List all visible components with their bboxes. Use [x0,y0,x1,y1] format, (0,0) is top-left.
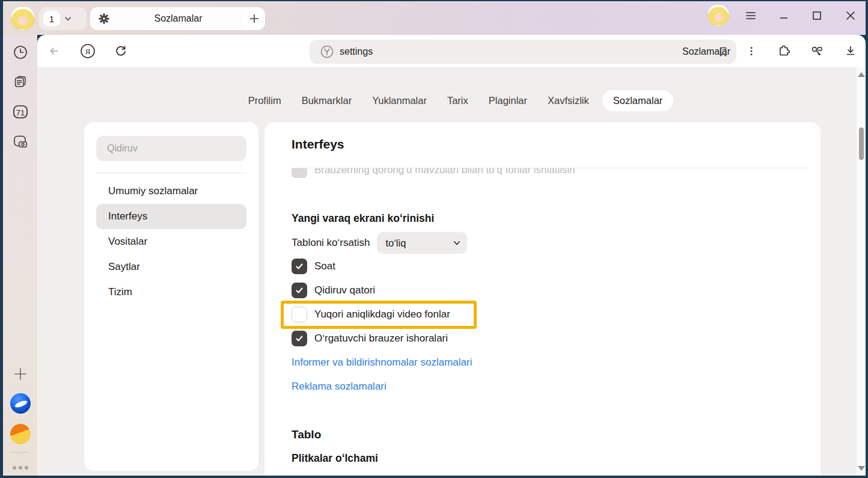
scroll-down-arrow[interactable] [858,466,865,471]
downloads-icon[interactable] [840,40,861,62]
toolbar: Я settings Sozlamalar [37,35,866,67]
active-tab[interactable]: Sozlamalar [90,7,263,30]
checkbox-label: Qidiruv qatori [314,284,375,296]
new-tab-button[interactable] [243,7,265,30]
yandex-logo-icon[interactable]: Я [77,40,99,62]
checkbox-group: Soat Qidiruv qatori Yuqori aniqlikdagi v… [292,254,652,351]
browser-side-rail: 71 [3,35,37,476]
url-text: settings [340,46,373,57]
screenshot-icon[interactable] [10,132,31,152]
tab-yuklanmalar[interactable]: Yuklanmalar [365,90,434,111]
browser-window: 1 Sozlamalar [0,0,868,478]
informer-settings-link[interactable]: Informer va bildirishnomalar sozlamalari [292,357,472,369]
sidebar-item-umumiy[interactable]: Umumiy sozlamalar [96,179,246,204]
top-nav-tabs: Profilim Bukmarklar Yuklanmalar Tarix Pl… [47,89,857,112]
reload-icon[interactable] [110,40,132,62]
checkbox-qidiruv-qatori[interactable] [292,283,307,298]
history-clock-icon[interactable] [10,42,31,63]
bookmark-icon[interactable] [715,44,732,60]
search-input[interactable] [96,136,246,161]
tab-plaginlar[interactable]: Plaginlar [481,90,534,111]
checkbox-row-soat: Soat [292,254,652,278]
tab-title: Sozlamalar [111,13,246,24]
checkbox-label: Yuqori aniqlikdagi video fonlar [314,308,450,320]
rail-divider [11,452,29,453]
settings-page: Profilim Bukmarklar Yuklanmalar Tarix Pl… [37,67,857,476]
sidebar-item-tizim[interactable]: Tizim [96,280,246,305]
chevron-down-icon [64,14,72,23]
checkbox-row-brauzer-ishoralari: Oʻrgatuvchi brauzer ishoralari [292,326,652,351]
gear-icon [97,12,111,25]
nav-divider [96,173,246,173]
tab-tarix[interactable]: Tarix [440,90,475,111]
minimize-button[interactable] [773,5,795,26]
kebab-menu-icon[interactable] [741,40,762,62]
tab-counter-text: 71 [16,108,24,117]
back-icon[interactable] [43,40,65,62]
tab-sozlamalar[interactable]: Sozlamalar [602,90,674,111]
interfeys-content-card: Interfeys Brauzerning qorongʻu mavzulari… [264,122,821,476]
yandex-browser-logo[interactable] [10,393,31,414]
yandex-mail-icon[interactable] [10,424,31,444]
newtab-section-title: Yangi varaq ekrani koʻrinishi [292,212,434,225]
close-window-button[interactable] [840,5,861,26]
chevron-down-icon [453,239,461,247]
section-heading: Interfeys [292,137,344,152]
checkbox-row-qidiruv-qatori: Qidiruv qatori [292,278,652,302]
svg-text:Я: Я [85,47,91,56]
notes-icon[interactable] [10,72,31,92]
tablo-display-label: Tabloni koʻrsatish [292,237,370,249]
select-value: toʻliq [385,237,406,249]
tablo-section-title: Tablo [292,428,321,441]
checkbox-video-fonlar[interactable] [292,307,307,322]
checkbox-dark-theme[interactable] [292,168,307,178]
add-panel-icon[interactable] [10,364,31,384]
checkbox-soat[interactable] [292,259,307,274]
tab-xavfsizlik[interactable]: Xavfsizlik [540,90,596,111]
settings-nav-card: Umumiy sozlamalar Interfeys Vositalar Sa… [84,122,258,471]
address-bar[interactable]: settings Sozlamalar [310,40,736,64]
page-scrollbar[interactable] [857,67,866,476]
tab-counter-badge[interactable]: 71 [10,102,31,122]
sidebar-item-saytlar[interactable]: Saytlar [96,254,246,280]
checkbox-row-video-fonlar: Yuqori aniqlikdagi video fonlar [292,302,652,326]
extensions-puzzle-icon[interactable] [773,40,795,62]
tablo-display-row: Tabloni koʻrsatish toʻliq [292,232,467,254]
maximize-button[interactable] [806,5,828,26]
tablo-display-select[interactable]: toʻliq [377,232,467,254]
checkbox-label: Oʻrgatuvchi brauzer ishoralari [314,332,448,345]
checkbox-brauzer-ishoralari[interactable] [292,331,307,346]
settings-favicon-icon [319,44,335,60]
checkbox-label: Soat [314,260,335,272]
more-dots-icon[interactable] [10,458,31,478]
passwords-key-icon[interactable] [806,40,828,62]
reklama-settings-link[interactable]: Reklama sozlamalari [292,381,387,393]
tab-group-count: 1 [43,11,60,26]
tab-bukmarklar[interactable]: Bukmarklar [295,90,359,111]
titlebar: 1 Sozlamalar [3,1,866,35]
tab-profilim[interactable]: Profilim [241,90,289,111]
profile-avatar-right[interactable] [708,4,729,26]
plitkalar-subsection-title: Plitkalar oʻlchami [292,452,378,465]
clipped-setting-label: Brauzerning qorongʻu mavzulari bilan toʻ… [314,168,575,176]
menu-button[interactable] [740,5,762,26]
scroll-up-arrow[interactable] [858,72,865,77]
scrollbar-thumb[interactable] [859,127,864,160]
sidebar-item-vositalar[interactable]: Vositalar [96,229,246,254]
profile-avatar[interactable] [11,6,35,30]
tab-group-chip[interactable]: 1 [38,7,87,30]
sidebar-item-interfeys[interactable]: Interfeys [96,204,246,229]
clipped-setting-row[interactable]: Brauzerning qorongʻu mavzulari bilan toʻ… [292,168,808,182]
